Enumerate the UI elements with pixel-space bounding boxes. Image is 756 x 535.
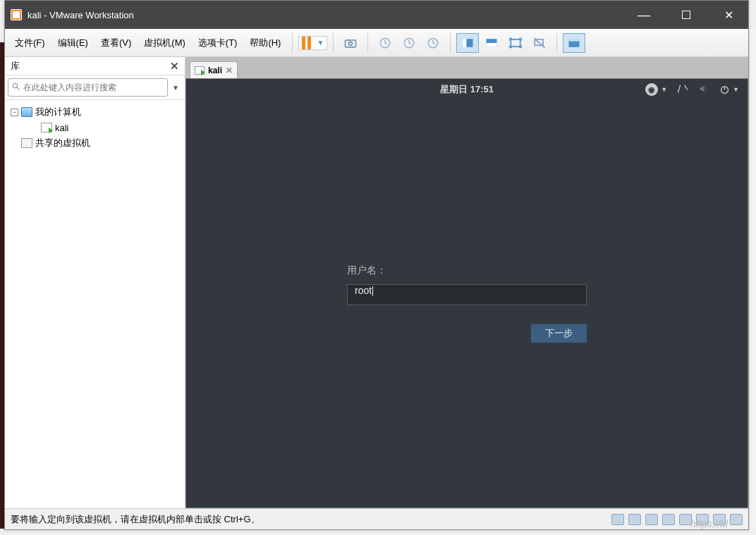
unity-button[interactable]: [528, 33, 551, 53]
guest-clock: 星期日 17:51: [440, 83, 494, 96]
svg-point-14: [13, 83, 18, 88]
svg-line-15: [17, 87, 19, 90]
close-button[interactable]: ✕: [714, 4, 743, 25]
login-form: 用户名： root: [347, 264, 587, 305]
tab-close-button[interactable]: ✕: [226, 66, 233, 75]
thumbnail-button[interactable]: [480, 33, 503, 53]
clock-back-icon: [378, 36, 392, 50]
chevron-down-icon: ▼: [661, 86, 667, 93]
titlebar: kali - VMware Workstation — ✕: [5, 1, 748, 29]
pause-icon: [302, 37, 311, 49]
svg-rect-9: [511, 39, 520, 47]
tree-label: kali: [55, 123, 69, 133]
vm-icon: [195, 66, 205, 75]
clock-icon: [402, 36, 416, 50]
search-input[interactable]: [23, 82, 164, 92]
minimize-button[interactable]: —: [630, 4, 658, 25]
username-value: root: [355, 285, 373, 296]
library-sidebar: 库 ✕ ▼ − 我的计算机: [5, 57, 185, 508]
stretch-icon: [567, 36, 581, 50]
menu-view[interactable]: 查看(V): [95, 34, 137, 52]
menubar: 文件(F) 编辑(E) 查看(V) 虚拟机(M) 选项卡(T) 帮助(H) ▼: [5, 29, 748, 57]
stretch-button[interactable]: [563, 33, 585, 53]
menu-vm[interactable]: 虚拟机(M): [138, 34, 191, 52]
username-input[interactable]: root: [347, 284, 587, 305]
vm-console[interactable]: 星期日 17:51 ◉ ▼: [185, 78, 748, 508]
snapshot-take-button[interactable]: [398, 33, 420, 53]
vmware-window: kali - VMware Workstation — ✕ 文件(F) 编辑(E…: [4, 0, 749, 530]
tree-label: 我的计算机: [35, 106, 81, 118]
disk-icon[interactable]: [611, 514, 624, 525]
network-icon[interactable]: [645, 514, 658, 525]
vm-icon: [41, 123, 52, 133]
guest-topbar: 星期日 17:51 ◉ ▼: [186, 79, 748, 100]
library-tree: − 我的计算机 kali 共享的虚拟机: [5, 100, 185, 508]
monitor-icon: [21, 107, 32, 117]
snapshot-button[interactable]: [339, 33, 362, 53]
watermark: https://bl: [690, 518, 728, 529]
accessibility-icon: ◉: [645, 83, 658, 96]
username-label: 用户名：: [347, 264, 587, 277]
tree-vm-kali[interactable]: kali: [8, 120, 182, 135]
snapshot-manager-button[interactable]: [422, 33, 444, 53]
vmware-icon: [11, 9, 22, 20]
cd-icon[interactable]: [628, 514, 641, 525]
svg-rect-6: [463, 39, 467, 47]
snapshot-revert-button[interactable]: [374, 33, 396, 53]
tree-toggle[interactable]: −: [11, 109, 18, 116]
menu-file[interactable]: 文件(F): [9, 34, 51, 52]
unity-icon: [532, 36, 547, 50]
status-message: 要将输入定向到该虚拟机，请在虚拟机内部单击或按 Ctrl+G。: [11, 513, 611, 526]
dropdown-arrow-icon[interactable]: ▼: [317, 39, 324, 47]
library-search[interactable]: [8, 78, 168, 97]
accessibility-menu[interactable]: ◉ ▼: [645, 83, 667, 96]
camera-icon: [343, 36, 358, 50]
clock-manage-icon: [426, 36, 440, 50]
next-button[interactable]: 下一步: [530, 324, 587, 343]
tab-kali[interactable]: kali ✕: [190, 61, 238, 78]
svg-point-1: [349, 42, 353, 45]
show-console-button[interactable]: [456, 33, 479, 53]
tree-my-computer[interactable]: − 我的计算机: [8, 104, 182, 120]
window-title: kali - VMware Workstation: [28, 10, 630, 20]
usb-icon[interactable]: [662, 514, 675, 525]
power-menu[interactable]: ▼: [719, 85, 739, 95]
tab-strip: kali ✕: [185, 57, 748, 78]
svg-rect-8: [487, 43, 497, 47]
pause-vm-button[interactable]: ▼: [298, 36, 327, 50]
statusbar: 要将输入定向到该虚拟机，请在虚拟机内部单击或按 Ctrl+G。: [5, 508, 748, 529]
keyboard-icon[interactable]: [677, 83, 688, 97]
maximize-button[interactable]: [672, 4, 700, 25]
chevron-down-icon: ▼: [733, 86, 739, 93]
thumbnail-icon: [484, 36, 499, 50]
svg-rect-0: [346, 39, 356, 47]
fullscreen-icon: [508, 36, 523, 50]
console-split-icon: [461, 36, 475, 50]
volume-muted-icon[interactable]: [698, 83, 709, 97]
menu-edit[interactable]: 编辑(E): [52, 34, 94, 52]
tab-label: kali: [208, 66, 222, 75]
sidebar-title: 库: [11, 60, 20, 73]
search-icon: [11, 81, 20, 94]
message-icon[interactable]: [730, 514, 743, 525]
menu-help[interactable]: 帮助(H): [244, 34, 286, 52]
sidebar-close-button[interactable]: ✕: [170, 60, 179, 73]
tree-shared-vms[interactable]: 共享的虚拟机: [8, 135, 182, 151]
fullscreen-button[interactable]: [504, 33, 527, 53]
shared-icon: [21, 138, 32, 148]
svg-rect-13: [569, 39, 580, 41]
search-dropdown-button[interactable]: ▼: [169, 84, 182, 92]
power-icon: [719, 85, 730, 95]
tree-label: 共享的虚拟机: [35, 137, 90, 149]
menu-tabs[interactable]: 选项卡(T): [193, 34, 243, 52]
